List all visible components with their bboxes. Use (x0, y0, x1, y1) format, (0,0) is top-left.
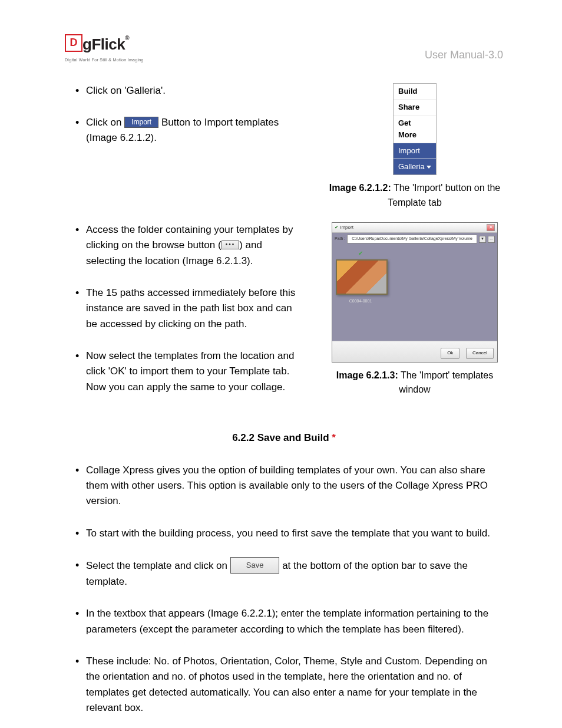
s3-save-first: To start with the building process, you … (78, 526, 503, 541)
s3-enter-info: In the textbox that appears (Image 6.2.2… (78, 606, 503, 637)
figure-import-window: ✔ Import ✕ Path : C:\Users\Rupa\Document… (332, 222, 498, 363)
ok-button: Ok (441, 348, 459, 358)
menu-item-galleria: Galleria (394, 159, 436, 174)
save-button-inline: Save (230, 557, 280, 574)
menu-item-import: Import (394, 143, 436, 159)
step-select-ok: Now select the templates from the locati… (78, 348, 297, 395)
logo-mark: D (65, 34, 82, 52)
chevron-down-icon (427, 166, 431, 169)
logo-tagline: Digital World For Still & Motion Imaging (65, 57, 144, 64)
thumbnail-label: C0004-0001 (336, 298, 385, 305)
manual-version-label: User Manual-3.0 (425, 47, 503, 64)
step-click-galleria: Click on 'Galleria'. (78, 83, 297, 98)
path-dropdown-icon: ▼ (479, 236, 486, 243)
figure-template-menu: Build Share Get More Import Galleria (393, 83, 437, 176)
path-value: C:\Users\Rupa\Documents\My Galleria\Coll… (347, 235, 477, 243)
menu-item-getmore: Get More (394, 116, 436, 143)
path-label: Path : (335, 236, 345, 242)
step-access-folder: Access the folder containing your templa… (78, 222, 297, 269)
s3-intro: Collage Xpress gives you the option of b… (78, 463, 503, 509)
check-icon: ✔ (336, 249, 385, 258)
menu-item-share: Share (394, 100, 436, 116)
figure-caption-6212: Image 6.2.1.2: The 'Import' button on th… (326, 181, 503, 210)
path-browse-icon: … (488, 236, 495, 243)
thumbnail-image (336, 259, 388, 295)
section-heading-622: 6.2.2 Save and Build * (65, 430, 503, 446)
brand-logo: D gFlick® Digital World For Still & Moti… (65, 32, 144, 64)
template-thumbnail: ✔ C0004-0001 (336, 249, 385, 304)
s3-parameters: These include: No. of Photos, Orientatio… (78, 654, 503, 716)
cancel-button: Cancel (466, 348, 494, 358)
menu-item-build: Build (394, 84, 436, 100)
close-icon: ✕ (487, 224, 495, 231)
browse-button-inline: ••• (222, 241, 240, 249)
s3-click-save: Select the template and click on Save at… (78, 558, 503, 589)
import-button-inline: Import (124, 117, 158, 129)
step-path-list: The 15 paths accessed immediately before… (78, 285, 297, 332)
logo-text: gFlick® (82, 32, 129, 56)
window-title: ✔ Import (335, 224, 353, 231)
figure-caption-6213: Image 6.2.1.3: The 'Import' templates wi… (326, 368, 503, 398)
step-click-import: Click on Import Button to Import templat… (78, 115, 297, 146)
